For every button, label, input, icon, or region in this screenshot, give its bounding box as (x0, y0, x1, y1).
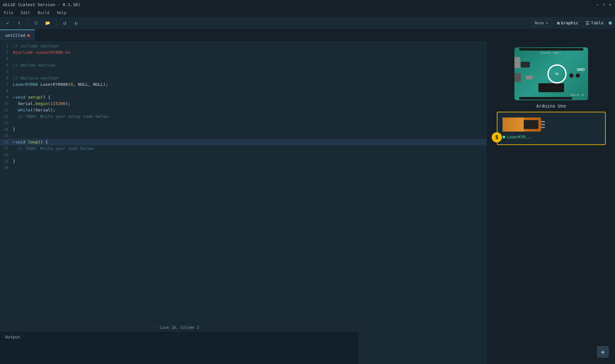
component-card[interactable]: LaserKY0... (497, 112, 606, 145)
sensor-pin-3 (541, 127, 545, 128)
tab-modified-dot (27, 34, 30, 37)
line-content-17: // TODO: Write your code below. (12, 145, 487, 152)
output-label: Output (5, 335, 354, 339)
table-view-button[interactable]: ☰ Table (584, 20, 605, 26)
open-button[interactable]: 📂 (43, 19, 52, 28)
undo-button[interactable]: ↺ (60, 19, 69, 28)
plus-icon: + (601, 348, 605, 356)
code-line-1: 1 // include section (0, 43, 487, 49)
line-content-4: // define section (12, 62, 487, 69)
verify-button[interactable]: ✓ (3, 19, 12, 28)
menu-help[interactable]: Help (56, 10, 68, 16)
cap-1 (576, 73, 580, 78)
grid-icon: ⊞ (557, 20, 560, 26)
line-content-2: #include <LaserKY008.h> (12, 49, 487, 56)
line-content-7: LaserKY008 LaserKY0080(0, NULL, NULL); (12, 81, 487, 88)
line-num-20: 20 (0, 165, 12, 171)
line-content-13 (12, 120, 487, 126)
line-num-16: 16 (0, 139, 12, 145)
code-line-8: 8 (0, 88, 487, 94)
code-line-10: 10 Serial.begin(115200); (0, 101, 487, 107)
power-jack (514, 73, 521, 82)
code-line-18: 18 (0, 152, 487, 158)
pin-header-bottom (519, 97, 572, 100)
analog-label: ANALOG IN (570, 94, 584, 96)
table-label: Table (591, 20, 603, 25)
new-button[interactable]: 🗋 (32, 19, 41, 28)
code-line-13: 13 (0, 120, 487, 126)
crystal (526, 76, 533, 79)
left-content: 1 // include section 2 #include <LaserKY… (0, 41, 487, 364)
line-content-18 (12, 152, 487, 158)
chip-small (521, 62, 530, 68)
graphic-view-button[interactable]: ⊞ Graphic (555, 20, 580, 26)
line-num-14: 14 (0, 126, 12, 133)
output-area: Output (0, 332, 359, 364)
line-num-10: 10 (0, 101, 12, 107)
tab-bar: untitled (0, 29, 615, 41)
graphic-label: Graphic (561, 20, 578, 25)
line-content-20 (12, 165, 487, 171)
minimize-button[interactable]: — (595, 2, 600, 7)
line-content-10: Serial.begin(115200); (12, 101, 487, 107)
code-line-4: 4 // define section (0, 62, 487, 69)
toolbar-separator-1 (28, 20, 28, 26)
code-line-15: 15 (0, 133, 487, 139)
sensor-pin-1 (541, 121, 545, 122)
line-num-5: 5 (0, 69, 12, 75)
line-content-12: // TODO: Write your setup code below. (12, 113, 487, 120)
line-content-6: // declare section (12, 75, 487, 81)
line-num-15: 15 (0, 133, 12, 139)
line-content-14: } (12, 126, 487, 133)
menu-edit[interactable]: Edit (20, 10, 31, 16)
toolbar-separator-2 (56, 20, 56, 26)
code-line-3: 3 (0, 56, 487, 62)
code-line-14: 14 } (0, 126, 487, 133)
sensor-pin-2 (541, 124, 545, 125)
restore-button[interactable]: ❐ (602, 2, 606, 7)
line-num-6: 6 (0, 75, 12, 81)
code-line-7: 7 LaserKY008 LaserKY0080(0, NULL, NULL); (0, 81, 487, 88)
code-editor[interactable]: 1 // include section 2 #include <LaserKY… (0, 41, 487, 322)
line-num-13: 13 (0, 120, 12, 126)
menu-file[interactable]: File (3, 10, 14, 16)
menu-build[interactable]: Build (37, 10, 51, 16)
line-num-12: 12 (0, 113, 12, 120)
arduino-name: Arduino Uno (536, 103, 566, 109)
tab-label: untitled (5, 33, 25, 38)
line-num-1: 1 (0, 43, 12, 49)
component-label: LaserKY0... (503, 135, 532, 139)
component-image (503, 117, 541, 132)
menu-bar: File Edit Build Help (0, 9, 615, 17)
close-button[interactable]: ✕ (608, 2, 612, 7)
tab-untitled[interactable]: untitled (0, 29, 35, 41)
line-num-3: 3 (0, 56, 12, 62)
code-line-2: 2 #include <LaserKY008.h> (0, 49, 487, 56)
upload-button[interactable]: ↑ (15, 19, 24, 28)
line-num-11: 11 (0, 107, 12, 113)
uno-label: UNO (577, 68, 585, 71)
line-num-7: 7 (0, 81, 12, 88)
right-sidebar: ∞ UNO DIGITAL (PWM~) ANALOG IN Arduino U… (487, 41, 615, 364)
window-controls: — ❐ ✕ (595, 2, 612, 7)
code-line-9: 9 ▾void setup() { (0, 94, 487, 101)
code-line-12: 12 // TODO: Write your setup code below. (0, 113, 487, 120)
toolbar: ✓ ↑ 🗋 📂 ↺ ↻ None ▾ ⊞ Graphic ☰ Table (0, 17, 615, 29)
redo-button[interactable]: ↻ (72, 19, 81, 28)
line-content-16: ▾void loop() { (12, 139, 487, 145)
arduino-board[interactable]: ∞ UNO DIGITAL (PWM~) ANALOG IN (514, 47, 588, 100)
line-content-8 (12, 88, 487, 94)
line-num-4: 4 (0, 62, 12, 69)
step-badge: 5 (492, 132, 502, 142)
table-icon: ☰ (586, 20, 590, 26)
none-dropdown[interactable]: None ▾ (531, 20, 552, 27)
code-line-17: 17 // TODO: Write your code below. (0, 145, 487, 152)
line-content-11: while(!Serial); (12, 107, 487, 113)
code-line-11: 11 while(!Serial); (0, 107, 487, 113)
dropdown-arrow-icon: ▾ (546, 21, 548, 25)
line-content-9: ▾void setup() { (12, 94, 487, 101)
add-component-button[interactable]: + (597, 346, 609, 358)
none-label: None (535, 21, 544, 25)
code-line-19: 19 } (0, 158, 487, 165)
component-name-text: LaserKY0... (507, 135, 532, 139)
